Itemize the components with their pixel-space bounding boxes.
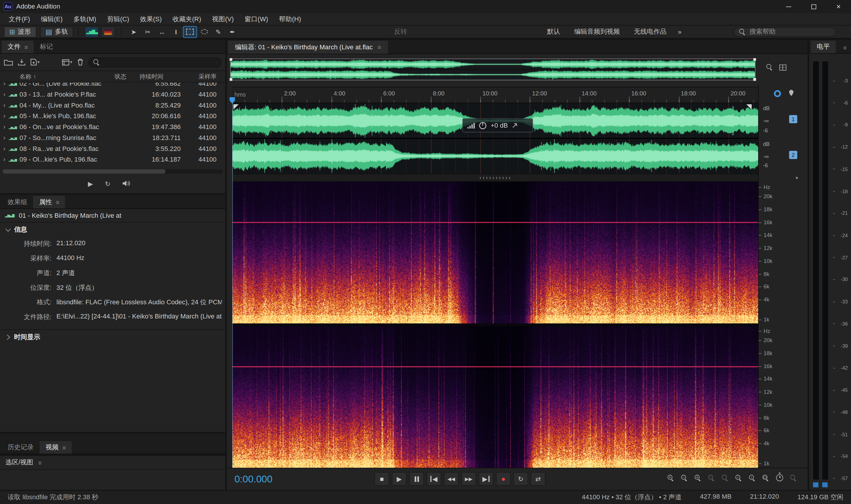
razor-tool[interactable]: ✂	[141, 26, 154, 37]
tab-levels[interactable]: 电平	[811, 41, 836, 53]
record-button[interactable]: ●	[496, 472, 511, 486]
zoom-selection-left-button[interactable]: ‹	[736, 474, 742, 481]
panel-menu-icon[interactable]: ≡	[24, 44, 28, 50]
horizontal-scrollbar[interactable]	[3, 169, 222, 174]
zoom-out-amplitude-button[interactable]: −	[708, 474, 715, 481]
workspace-button-1[interactable]: 编辑音频到视频	[567, 27, 627, 36]
spectrogram-display[interactable]	[232, 182, 758, 468]
paintbrush-tool[interactable]: ✎	[212, 26, 225, 37]
zoom-in-amplitude-button[interactable]: +	[695, 474, 701, 481]
menu-item-8[interactable]: 帮助(H)	[274, 13, 306, 25]
media-browser-button[interactable]: ▾	[62, 59, 72, 65]
import-file-button[interactable]	[18, 58, 26, 66]
files-search-input[interactable]	[88, 57, 221, 67]
skip-to-end-button[interactable]: ▶	[479, 472, 493, 486]
zoom-selection-right-button[interactable]: ›	[749, 474, 756, 481]
file-row[interactable]: ›▂▅▃▆04 - My... (Live at Poo.flac8:25.42…	[0, 100, 225, 111]
file-row[interactable]: ›▂▅▃▆07 - So...rning Sunrise.flac18:23.7…	[0, 132, 225, 143]
skip-to-start-button[interactable]: ◀	[427, 472, 441, 486]
help-search-input[interactable]: 搜索帮助	[734, 27, 836, 37]
preview-volume-button[interactable]	[122, 180, 131, 188]
playback-time[interactable]: 0:00.000	[234, 473, 272, 485]
range-handle[interactable]	[230, 58, 232, 61]
loop-playback-icon[interactable]	[774, 90, 781, 97]
file-list[interactable]: ›▂▅▃▆02 - Gi... (Live at Pookie.flac6:55…	[0, 83, 225, 168]
menu-item-6[interactable]: 视图(V)	[206, 13, 239, 25]
preview-loop-button[interactable]: ↻	[105, 180, 110, 188]
zoom-out-time-button[interactable]: −	[681, 474, 688, 481]
time-display-section-header[interactable]: 时间显示	[0, 330, 225, 345]
panel-menu-icon[interactable]: ≡	[56, 199, 59, 205]
zoom-reset-button[interactable]	[722, 474, 728, 481]
tab-markers[interactable]: 标记	[34, 41, 59, 53]
timer-icon[interactable]	[776, 474, 783, 481]
gain-knob-icon[interactable]	[479, 122, 487, 130]
maximize-button[interactable]	[801, 0, 826, 13]
stop-button[interactable]: ■	[374, 472, 389, 486]
file-row[interactable]: ›▂▅▃▆03 - 13... at Pookie's P.flac16:40.…	[0, 89, 225, 100]
overview-navigator[interactable]	[230, 58, 756, 80]
rewind-button[interactable]: ◀◀	[444, 472, 458, 486]
row-expand-icon[interactable]: ›	[0, 83, 8, 87]
zoom-full-button[interactable]	[790, 474, 797, 481]
menu-item-4[interactable]: 效果(S)	[135, 13, 167, 25]
menu-item-0[interactable]: 文件(F)	[3, 13, 35, 25]
tab-effects-rack[interactable]: 效果组	[2, 196, 33, 208]
marquee-selection-tool[interactable]	[183, 26, 197, 37]
fast-forward-button[interactable]: ▶▶	[461, 472, 476, 486]
row-expand-icon[interactable]: ›	[0, 145, 8, 152]
range-handle[interactable]	[230, 78, 232, 80]
range-handle[interactable]	[753, 78, 756, 80]
file-row[interactable]: ›▂▅▃▆09 - Ol...kie's Pub, 196.flac16:14.…	[0, 154, 225, 165]
play-button[interactable]: ▶	[392, 472, 406, 486]
loop-playback-button[interactable]: ↻	[513, 472, 528, 486]
show-waveform-toggle[interactable]: ▂▅▇▃	[85, 26, 99, 37]
workspace-button-0[interactable]: 默认	[540, 27, 567, 36]
menu-item-1[interactable]: 编辑(E)	[35, 13, 68, 25]
waveform-display[interactable]	[232, 103, 758, 174]
workspace-overflow-button[interactable]: »	[673, 28, 686, 36]
scrollbar-thumb[interactable]	[3, 169, 165, 174]
time-selection-tool[interactable]: I	[169, 26, 182, 37]
column-name[interactable]: 名称 ↑	[19, 72, 114, 80]
panel-splitter[interactable]	[232, 174, 758, 182]
level-meter[interactable]: -3-6-9-12-15-18-21-24-27-30-33-36-39-42-…	[809, 54, 851, 490]
new-file-button[interactable]: ▾	[31, 58, 40, 66]
delete-button[interactable]	[77, 58, 84, 66]
lasso-selection-tool[interactable]	[198, 26, 211, 37]
hud-pin-icon[interactable]	[511, 122, 518, 128]
display-options-icon[interactable]	[779, 65, 786, 70]
panel-menu-icon[interactable]: ≡	[38, 460, 42, 466]
column-sample-rate[interactable]: 采样率	[189, 72, 223, 80]
menu-item-3[interactable]: 剪辑(C)	[102, 13, 134, 25]
file-row[interactable]: ›▂▅▃▆02 - Gi... (Live at Pookie.flac6:55…	[0, 83, 225, 89]
tab-video[interactable]: 视频≡	[40, 441, 72, 453]
slip-tool[interactable]: ↔	[156, 26, 168, 37]
pin-icon[interactable]	[788, 89, 795, 97]
row-expand-icon[interactable]: ›	[0, 123, 8, 131]
reverse-button[interactable]: 反转	[394, 27, 407, 36]
preview-play-button[interactable]: ▶	[88, 180, 93, 188]
skip-selection-button[interactable]: ⇄	[531, 472, 545, 486]
zoom-in-time-button[interactable]: +	[668, 474, 674, 481]
timeline-ruler[interactable]: hms 2:004:006:008:0010:0012:0014:0016:00…	[232, 87, 758, 103]
tab-history[interactable]: 历史记录	[2, 441, 40, 453]
overview-waveform-canvas[interactable]	[231, 59, 755, 80]
zoom-navigate-icon[interactable]	[766, 64, 773, 71]
column-status[interactable]: 状态	[115, 72, 139, 80]
workspace-button-2[interactable]: 无线电作品	[627, 27, 673, 36]
row-expand-icon[interactable]: ›	[0, 101, 8, 109]
collapse-arrow-icon[interactable]: ▾	[796, 175, 798, 180]
menu-item-2[interactable]: 多轨(M)	[68, 13, 102, 25]
gain-hud[interactable]: +0 dB	[463, 118, 533, 132]
open-folder-button[interactable]	[4, 58, 13, 66]
tab-editor[interactable]: 编辑器: 01 - Keiko's Birthday March (Live a…	[228, 41, 388, 54]
panel-menu-icon[interactable]: ≡	[378, 44, 381, 51]
close-button[interactable]: ×	[826, 0, 851, 13]
panel-menu-icon[interactable]: ≡	[843, 44, 847, 51]
menu-item-7[interactable]: 窗口(W)	[239, 13, 273, 25]
file-row[interactable]: ›▂▅▃▆08 - Ra...ve at Pookie's.flac3:55.2…	[0, 143, 225, 154]
multitrack-view-button[interactable]: ▤ 多轨	[40, 26, 74, 37]
pause-button[interactable]	[409, 472, 424, 486]
spot-healing-tool[interactable]: ✒	[226, 26, 239, 37]
